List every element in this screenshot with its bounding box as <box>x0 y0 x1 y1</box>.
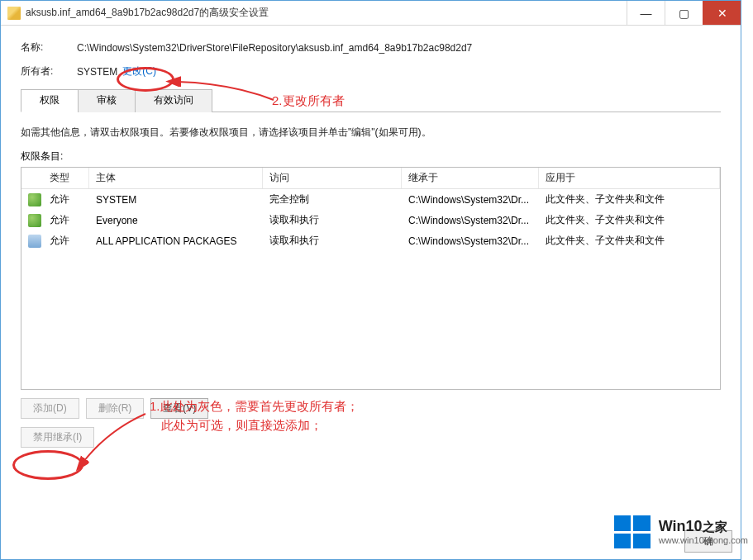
principal-icon <box>28 193 41 206</box>
col-principal[interactable]: 主体 <box>89 168 263 188</box>
remove-button[interactable]: 删除(R) <box>86 398 145 419</box>
watermark-text: Win10之家 www.win10xitong.com <box>659 519 748 545</box>
col-type[interactable]: 类型 <box>43 168 89 188</box>
watermark-brand-suffix: 之家 <box>703 520 727 534</box>
col-icon <box>21 168 43 188</box>
table-body: 允许SYSTEM完全控制C:\Windows\System32\Dr...此文件… <box>21 189 720 251</box>
row-type: 允许 <box>43 232 89 249</box>
row-apply: 此文件夹、子文件夹和文件 <box>539 211 720 229</box>
row-apply: 此文件夹、子文件夹和文件 <box>539 191 720 208</box>
table-row[interactable]: 允许ALL APPLICATION PACKAGES读取和执行C:\Window… <box>21 230 720 251</box>
titlebar[interactable]: aksusb.inf_amd64_8a9b17b2ac98d2d7的高级安全设置… <box>1 1 741 26</box>
row-inherit: C:\Windows\System32\Dr... <box>402 234 539 249</box>
row-inherit: C:\Windows\System32\Dr... <box>402 213 539 228</box>
col-access[interactable]: 访问 <box>263 168 402 188</box>
permission-button-bar: 添加(D) 删除(R) 查看(V) <box>21 398 721 419</box>
name-value: C:\Windows\System32\DriverStore\FileRepo… <box>77 42 472 54</box>
row-access: 读取和执行 <box>263 232 402 249</box>
permission-table[interactable]: 类型 主体 访问 继承于 应用于 允许SYSTEM完全控制C:\Windows\… <box>21 167 721 390</box>
dialog-content: 名称: C:\Windows\System32\DriverStore\File… <box>1 26 741 456</box>
owner-row: 所有者: SYSTEM 更改(C) <box>21 64 721 78</box>
permission-entries-label: 权限条目: <box>21 149 721 164</box>
change-owner-link[interactable]: 更改(C) <box>122 64 156 78</box>
windows-logo-icon <box>614 515 651 548</box>
row-principal: SYSTEM <box>89 192 263 207</box>
watermark-site: www.win10xitong.com <box>659 535 748 545</box>
disable-inheritance-button[interactable]: 禁用继承(I) <box>21 427 94 448</box>
inheritance-bar: 禁用继承(I) <box>21 427 721 448</box>
minimize-button[interactable]: — <box>627 1 665 25</box>
tab-auditing[interactable]: 审核 <box>78 89 136 112</box>
tab-strip: 权限 审核 有效访问 <box>21 88 721 112</box>
row-access: 读取和执行 <box>263 211 402 229</box>
col-inherit[interactable]: 继承于 <box>402 168 539 188</box>
watermark-brand: Win10 <box>659 518 703 534</box>
watermark: Win10之家 www.win10xitong.com <box>614 515 748 548</box>
col-apply[interactable]: 应用于 <box>539 168 720 188</box>
window-controls: — ▢ ✕ <box>627 1 741 25</box>
view-button[interactable]: 查看(V) <box>150 398 208 419</box>
row-type: 允许 <box>43 211 89 229</box>
principal-icon <box>28 214 41 227</box>
row-icon <box>21 192 43 208</box>
row-inherit: C:\Windows\System32\Dr... <box>402 192 539 207</box>
tab-permissions[interactable]: 权限 <box>21 89 79 112</box>
row-icon <box>21 212 43 229</box>
add-button[interactable]: 添加(D) <box>21 398 79 419</box>
security-dialog: aksusb.inf_amd64_8a9b17b2ac98d2d7的高级安全设置… <box>0 0 741 560</box>
window-title: aksusb.inf_amd64_8a9b17b2ac98d2d7的高级安全设置 <box>26 6 627 20</box>
table-row[interactable]: 允许SYSTEM完全控制C:\Windows\System32\Dr...此文件… <box>21 189 720 210</box>
owner-label: 所有者: <box>21 64 77 78</box>
close-button[interactable]: ✕ <box>703 1 741 25</box>
instructions-text: 如需其他信息，请双击权限项目。若要修改权限项目，请选择该项目并单击"编辑"(如果… <box>21 126 721 140</box>
row-icon <box>21 233 43 249</box>
folder-icon <box>7 7 21 20</box>
principal-icon <box>28 235 41 248</box>
table-header: 类型 主体 访问 继承于 应用于 <box>21 168 720 189</box>
maximize-button[interactable]: ▢ <box>665 1 703 25</box>
row-principal: ALL APPLICATION PACKAGES <box>89 234 263 249</box>
row-type: 允许 <box>43 191 89 208</box>
row-access: 完全控制 <box>263 191 402 208</box>
tab-effective-access[interactable]: 有效访问 <box>135 89 212 112</box>
table-row[interactable]: 允许Everyone读取和执行C:\Windows\System32\Dr...… <box>21 210 720 230</box>
row-principal: Everyone <box>89 213 263 228</box>
name-row: 名称: C:\Windows\System32\DriverStore\File… <box>21 40 721 55</box>
owner-value: SYSTEM <box>77 66 117 78</box>
name-label: 名称: <box>21 40 77 55</box>
row-apply: 此文件夹、子文件夹和文件 <box>539 232 720 249</box>
